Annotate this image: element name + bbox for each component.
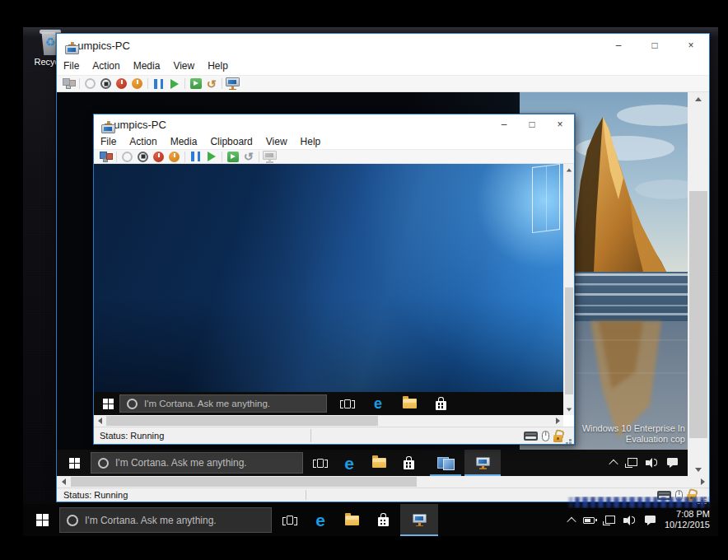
ctrl-alt-del-icon[interactable]: [98, 150, 114, 164]
checkpoint-icon[interactable]: [225, 150, 240, 164]
revert-icon[interactable]: ↺: [203, 77, 219, 91]
task-view-button[interactable]: [333, 392, 362, 415]
speaker-icon[interactable]: [623, 516, 637, 525]
horizontal-scroll-thumb[interactable]: [106, 416, 378, 426]
menu-clipboard[interactable]: Clipboard: [203, 134, 259, 149]
menu-media[interactable]: Media: [164, 134, 204, 149]
horizontal-scroll-thumb[interactable]: [71, 477, 417, 487]
outer-titlebar[interactable]: Lumpics-PC – □ ×: [57, 34, 709, 57]
inner-toolbar: ↺: [94, 149, 574, 164]
menu-view[interactable]: View: [259, 134, 294, 149]
task-view-icon: [313, 458, 328, 469]
vm-connection-taskbar-button[interactable]: [464, 450, 501, 476]
battery-icon[interactable]: [583, 517, 595, 524]
menu-help[interactable]: Help: [294, 134, 328, 149]
scroll-right-button[interactable]: [696, 476, 709, 488]
task-view-button[interactable]: [275, 504, 305, 536]
outer-horizontal-scrollbar[interactable]: [57, 476, 709, 488]
network-icon[interactable]: [603, 516, 615, 525]
resize-grip[interactable]: [569, 439, 572, 441]
minimize-button[interactable]: –: [600, 34, 637, 57]
minimize-button[interactable]: –: [490, 114, 518, 134]
speaker-icon[interactable]: [646, 458, 659, 468]
action-center-icon[interactable]: [645, 516, 656, 525]
close-button[interactable]: ×: [546, 114, 574, 134]
turn-off-icon[interactable]: [98, 77, 114, 91]
scroll-right-button[interactable]: [552, 415, 563, 427]
cortana-search-input[interactable]: I'm Cortana. Ask me anything.: [91, 452, 303, 474]
store-button[interactable]: [367, 504, 399, 536]
vm-connection-taskbar-button[interactable]: [400, 504, 438, 536]
resume-icon[interactable]: [166, 77, 182, 91]
scroll-left-button[interactable]: [57, 476, 70, 488]
start-vm-icon[interactable]: [82, 77, 98, 91]
store-button[interactable]: [425, 392, 456, 415]
cortana-placeholder: I'm Cortana. Ask me anything.: [115, 457, 247, 469]
task-view-icon: [282, 515, 297, 525]
checkpoint-icon[interactable]: [188, 77, 203, 91]
edge-button[interactable]: e: [362, 392, 394, 415]
scroll-left-button[interactable]: [94, 415, 105, 427]
middle-system-tray: [610, 450, 678, 476]
vertical-scroll-thumb[interactable]: [565, 287, 573, 394]
start-vm-icon[interactable]: [119, 150, 135, 164]
save-vm-icon[interactable]: [166, 150, 182, 164]
menu-action[interactable]: Action: [86, 58, 126, 73]
show-hidden-icons-chevron[interactable]: [567, 516, 576, 525]
outer-status-text: Status: Running: [63, 490, 128, 500]
hyper-v-manager-button[interactable]: [430, 450, 461, 476]
menu-media[interactable]: Media: [127, 58, 167, 73]
inner-vertical-scrollbar[interactable]: [563, 164, 574, 415]
cortana-search-input[interactable]: I'm Cortana. Ask me anything.: [119, 394, 327, 413]
enhanced-session-icon[interactable]: [225, 77, 240, 91]
action-center-icon[interactable]: [667, 458, 678, 468]
maximize-button[interactable]: □: [518, 114, 546, 134]
file-explorer-button[interactable]: [394, 392, 425, 415]
task-view-button[interactable]: [306, 450, 334, 476]
network-icon[interactable]: [625, 458, 637, 468]
shut-down-icon[interactable]: [114, 77, 129, 91]
shut-down-icon[interactable]: [151, 150, 166, 164]
host-taskbar: I'm Cortana. Ask me anything. e 7:08 PM …: [23, 504, 718, 536]
vertical-scroll-thumb[interactable]: [689, 191, 707, 438]
task-view-icon: [340, 399, 355, 409]
start-button[interactable]: [60, 450, 88, 476]
inner-titlebar[interactable]: Lumpics-PC – □ ×: [94, 114, 574, 134]
cortana-icon: [127, 399, 138, 409]
store-icon: [436, 401, 446, 410]
maximize-button[interactable]: □: [637, 34, 673, 57]
start-button[interactable]: [96, 392, 120, 415]
scroll-down-button[interactable]: [563, 404, 574, 415]
outer-vertical-scrollbar[interactable]: [688, 92, 709, 476]
inner-vm-display: I'm Cortana. Ask me anything. e: [94, 164, 574, 444]
resume-icon[interactable]: [203, 150, 219, 164]
start-button[interactable]: [26, 504, 58, 536]
save-vm-icon[interactable]: [129, 77, 145, 91]
revert-icon[interactable]: ↺: [240, 150, 256, 164]
menu-view[interactable]: View: [166, 58, 201, 73]
ctrl-alt-del-icon[interactable]: [61, 77, 77, 91]
enhanced-session-icon[interactable]: [262, 150, 278, 164]
outer-toolbar: ↺: [57, 75, 709, 92]
inner-horizontal-scrollbar[interactable]: [94, 415, 563, 427]
cortana-search-input[interactable]: I'm Cortana. Ask me anything.: [59, 507, 272, 533]
show-hidden-icons-chevron[interactable]: [609, 460, 618, 469]
menu-file[interactable]: File: [57, 58, 86, 73]
turn-off-icon[interactable]: [135, 150, 151, 164]
menu-file[interactable]: File: [94, 134, 123, 149]
edge-button[interactable]: e: [305, 504, 336, 536]
store-button[interactable]: [394, 450, 423, 476]
file-explorer-button[interactable]: [364, 450, 394, 476]
scroll-down-button[interactable]: [688, 463, 709, 476]
edge-button[interactable]: e: [334, 450, 364, 476]
scroll-up-button[interactable]: [563, 164, 574, 175]
pause-icon[interactable]: [151, 77, 166, 91]
inner-taskbar-icons: e: [333, 392, 456, 415]
menu-help[interactable]: Help: [201, 58, 235, 73]
file-explorer-button[interactable]: [336, 504, 367, 536]
scroll-up-button[interactable]: [688, 92, 709, 105]
close-button[interactable]: ×: [673, 34, 709, 57]
pause-icon[interactable]: [188, 150, 203, 164]
tray-clock[interactable]: 7:08 PM 10/12/2015: [665, 509, 710, 530]
menu-action[interactable]: Action: [123, 134, 163, 149]
